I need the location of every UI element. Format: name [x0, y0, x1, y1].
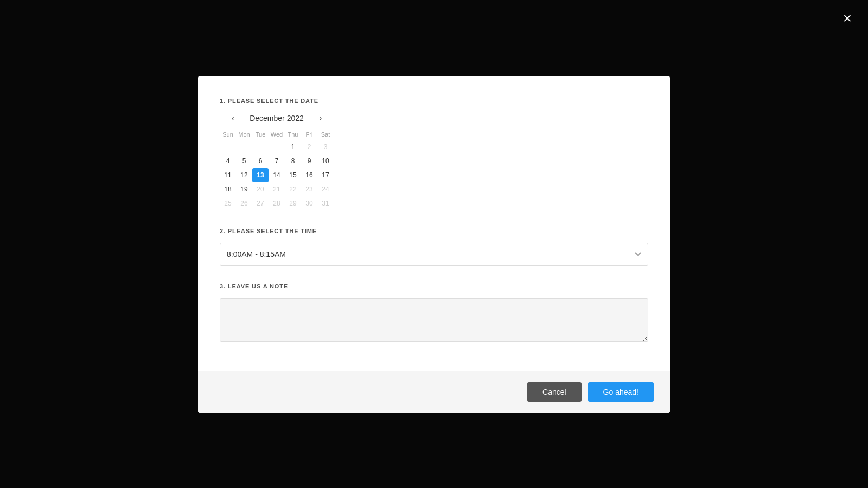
date-section: 1. Please select the date ‹ December 202… [220, 98, 648, 210]
calendar-day[interactable]: 4 [220, 154, 236, 168]
time-select[interactable]: 8:00AM - 8:15AM8:15AM - 8:30AM8:30AM - 8… [220, 243, 648, 266]
calendar-day[interactable]: 3 [317, 140, 334, 154]
calendar-header: ‹ December 2022 › [220, 113, 334, 124]
calendar-days: 1234567891011121314151617181920212223242… [220, 140, 334, 210]
modal-dialog: 1. Please select the date ‹ December 202… [198, 76, 670, 413]
calendar-grid: SunMonTueWedThuFriSat 123456789101112131… [220, 129, 334, 210]
modal-body: 1. Please select the date ‹ December 202… [198, 76, 670, 371]
calendar-day[interactable]: 1 [285, 140, 301, 154]
next-month-button[interactable]: › [316, 113, 325, 124]
note-textarea[interactable] [220, 298, 648, 342]
calendar-day[interactable]: 24 [317, 182, 334, 196]
weekday-header: Sun [220, 129, 236, 140]
calendar-day[interactable]: 23 [301, 182, 317, 196]
calendar-day[interactable]: 31 [317, 196, 334, 210]
note-section-label: 3. Leave us a note [220, 283, 648, 290]
calendar-day[interactable]: 25 [220, 196, 236, 210]
go-ahead-button[interactable]: Go ahead! [588, 382, 654, 402]
calendar-week-row: 11121314151617 [220, 168, 334, 182]
cancel-button[interactable]: Cancel [527, 382, 582, 402]
prev-month-button[interactable]: ‹ [228, 113, 238, 124]
calendar-day[interactable]: 9 [301, 154, 317, 168]
weekday-header: Tue [252, 129, 269, 140]
calendar-weekday-row: SunMonTueWedThuFriSat [220, 129, 334, 140]
calendar-day [252, 140, 269, 154]
note-section: 3. Leave us a note [220, 283, 648, 344]
date-section-label: 1. Please select the date [220, 98, 648, 104]
calendar-day[interactable]: 14 [269, 168, 285, 182]
weekday-header: Mon [236, 129, 252, 140]
calendar-day[interactable]: 5 [236, 154, 252, 168]
calendar-day[interactable]: 10 [317, 154, 334, 168]
calendar-day[interactable]: 21 [269, 182, 285, 196]
weekday-header: Thu [285, 129, 301, 140]
calendar-day[interactable]: 18 [220, 182, 236, 196]
time-section-label: 2. Please select the time [220, 228, 648, 234]
calendar-day[interactable]: 15 [285, 168, 301, 182]
calendar-day[interactable]: 16 [301, 168, 317, 182]
calendar-day[interactable]: 27 [252, 196, 269, 210]
calendar-day[interactable]: 22 [285, 182, 301, 196]
calendar-day[interactable]: 12 [236, 168, 252, 182]
calendar-day [269, 140, 285, 154]
weekday-header: Sat [317, 129, 334, 140]
calendar-day[interactable]: 8 [285, 154, 301, 168]
weekday-header: Wed [269, 129, 285, 140]
calendar-day[interactable]: 17 [317, 168, 334, 182]
calendar-day[interactable]: 19 [236, 182, 252, 196]
weekday-header: Fri [301, 129, 317, 140]
calendar-day[interactable]: 26 [236, 196, 252, 210]
calendar-day[interactable]: 20 [252, 182, 269, 196]
month-year-label: December 2022 [244, 114, 309, 123]
calendar-day[interactable]: 11 [220, 168, 236, 182]
calendar-week-row: 18192021222324 [220, 182, 334, 196]
calendar-day[interactable]: 29 [285, 196, 301, 210]
time-section: 2. Please select the time 8:00AM - 8:15A… [220, 228, 648, 266]
close-button[interactable]: × [843, 11, 852, 26]
modal-footer: Cancel Go ahead! [198, 371, 670, 413]
calendar-day[interactable]: 30 [301, 196, 317, 210]
calendar-week-row: 45678910 [220, 154, 334, 168]
calendar-day [220, 140, 236, 154]
calendar-week-row: 123 [220, 140, 334, 154]
calendar-day[interactable]: 7 [269, 154, 285, 168]
calendar-day[interactable]: 2 [301, 140, 317, 154]
calendar-day [236, 140, 252, 154]
calendar-week-row: 25262728293031 [220, 196, 334, 210]
calendar: ‹ December 2022 › SunMonTueWedThuFriSat … [220, 113, 334, 210]
calendar-day[interactable]: 28 [269, 196, 285, 210]
modal-overlay: 1. Please select the date ‹ December 202… [0, 0, 868, 488]
calendar-day[interactable]: 6 [252, 154, 269, 168]
calendar-day[interactable]: 13 [252, 168, 269, 182]
